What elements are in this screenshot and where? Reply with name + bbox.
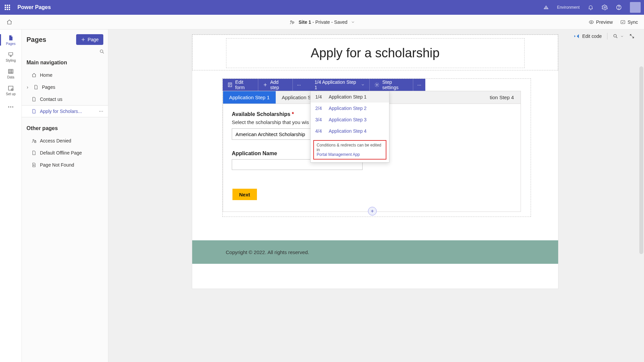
edit-form-button[interactable]: Edit form [223,79,258,91]
other-pages-heading: Other pages [22,123,108,135]
home-icon [31,72,37,78]
portal-mgmt-link[interactable]: Portal Management App [317,152,360,157]
canvas-actions: Edit code [574,33,635,40]
site-status: - Private - Saved [311,19,347,25]
step-option-4[interactable]: 4/4Application Step 4 [311,125,389,137]
pages-panel: Pages Page Main navigation Home › Pages … [22,29,108,362]
brand-title: Power Pages [17,4,51,10]
header-right: Environment [543,2,641,13]
edit-code-button[interactable]: Edit code [574,33,602,39]
svg-point-11 [10,107,11,108]
sync-button[interactable]: Sync [620,19,638,25]
form-icon [227,82,232,87]
page-icon [7,35,14,41]
page-footer: Copyright © 2022. All rights reserved. [192,240,558,264]
site-picker[interactable]: Site 1 - Private - Saved [289,19,355,25]
chevron-down-icon [620,35,624,38]
setup-icon [7,85,14,92]
design-canvas: Edit code Apply for a scholarship [108,29,644,362]
next-button[interactable]: Next [232,189,257,200]
settings-icon[interactable] [602,4,608,10]
svg-point-13 [100,50,103,53]
nav-item-home[interactable]: Home [22,69,108,81]
dropdown-note: Conditions & redirects can be edited in … [313,140,386,160]
footer-text: Copyright © 2022. All rights reserved. [226,249,309,255]
zoom-control[interactable] [613,34,624,39]
search-icon[interactable] [99,49,105,54]
nav-item-not-found[interactable]: Page Not Found [22,159,108,171]
nav-item-access-denied[interactable]: Access Denied [22,135,108,147]
main-nav-heading: Main navigation [22,58,108,69]
step-option-2[interactable]: 2/4Application Step 2 [311,103,389,114]
svg-point-4 [292,21,294,23]
add-section-button[interactable]: + [368,207,377,216]
page-heading: Apply for a scholarship [226,46,524,60]
sync-icon [620,19,626,25]
svg-point-5 [591,21,592,23]
brush-icon [7,51,14,58]
nav-item-contact[interactable]: Contact us [22,93,108,105]
step-picker-button[interactable]: 1/4 Application Step 1 [310,79,370,91]
toolbar-more-button[interactable]: ··· [293,79,305,91]
svg-rect-6 [621,20,625,23]
scrollbar[interactable] [639,66,643,254]
preview-button[interactable]: Preview [589,19,613,25]
expand-icon[interactable] [629,34,635,39]
step-dropdown: 1/4Application Step 1 2/4Application Ste… [310,91,389,163]
separator [607,33,607,40]
rail-styling[interactable]: Styling [0,48,21,65]
user-avatar[interactable] [630,2,641,13]
chevron-down-icon [351,20,355,24]
add-step-button[interactable]: Add step [258,79,293,91]
nav-item-pages[interactable]: › Pages [22,81,108,93]
panel-title: Pages [26,36,46,44]
rail-data[interactable]: Data [0,65,21,82]
page-surface: Apply for a scholarship Edit form Add st… [192,34,558,289]
person-lock-icon [31,138,37,143]
add-page-button[interactable]: Page [76,34,103,45]
page-icon [31,150,37,156]
site-name: Site 1 [299,19,311,25]
svg-rect-7 [8,69,13,73]
nav-item-offline[interactable]: Default Offline Page [22,147,108,159]
scholarships-label: Available Scholarships * [232,111,294,117]
rail-setup[interactable]: Set up [0,82,21,99]
scholarship-value: American Architect Scholarship [235,131,305,137]
table-icon [7,68,14,75]
tab-step-2[interactable]: Application Step 2 [276,91,311,104]
page-icon [33,84,39,90]
environment-icon[interactable] [543,4,549,10]
magnifier-icon [613,34,618,39]
svg-point-2 [619,8,619,9]
svg-point-3 [290,20,292,22]
home-icon[interactable] [3,19,15,25]
app-launcher-icon[interactable] [3,3,11,11]
form-toolbar-1: Edit form Add step ··· 1/4 Application S… [223,79,425,91]
svg-point-10 [8,107,9,108]
eye-icon [589,19,594,25]
environment-picker[interactable]: Environment [557,5,580,10]
step-option-3[interactable]: 3/4Application Step 3 [311,114,389,125]
plus-icon [263,82,267,87]
left-rail: Pages Styling Data Set up [0,29,22,362]
step-option-1[interactable]: 1/4Application Step 1 [311,91,389,103]
multistep-form-block: Edit form Add step ··· 1/4 Application S… [222,78,531,217]
notifications-icon[interactable] [588,4,594,10]
page-icon [31,109,37,114]
help-icon[interactable] [616,4,622,10]
site-icon [289,19,295,25]
page-error-icon [31,162,37,168]
page-title-block[interactable]: Apply for a scholarship [226,38,525,68]
svg-point-0 [604,7,606,8]
app-header: Power Pages Environment [0,0,644,15]
toolbar-more-2-button[interactable]: ··· [413,79,425,91]
environment-label: Environment [557,5,580,10]
step-settings-button[interactable]: Step settings [370,79,413,91]
rail-more[interactable] [0,99,21,115]
plus-icon [81,37,86,42]
item-more-icon[interactable]: ··· [99,108,103,114]
nav-item-apply[interactable]: Apply for Scholars... ··· [22,105,108,117]
rail-pages[interactable]: Pages [0,32,21,48]
gear-icon [374,82,379,87]
tab-step-1[interactable]: Application Step 1 [223,91,276,104]
